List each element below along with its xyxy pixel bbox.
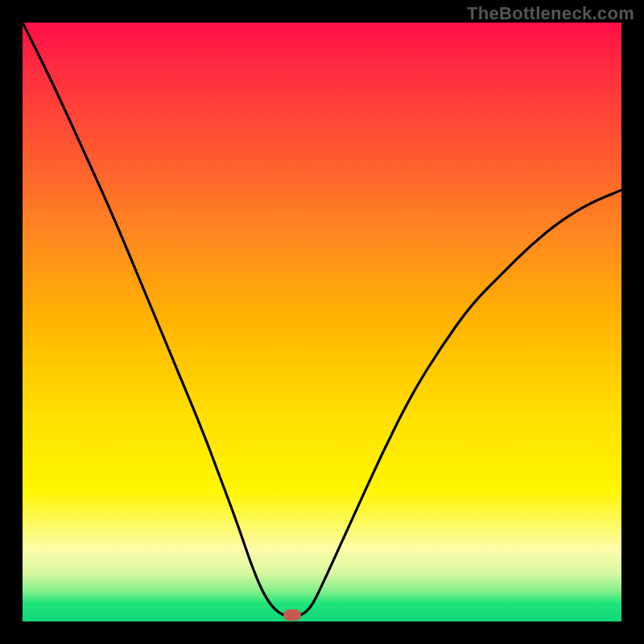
plot-area — [23, 23, 621, 621]
optimal-point-marker — [283, 609, 301, 621]
bottleneck-curve — [23, 23, 621, 621]
chart-frame: TheBottleneck.com — [0, 0, 644, 644]
watermark-text: TheBottleneck.com — [467, 3, 634, 24]
